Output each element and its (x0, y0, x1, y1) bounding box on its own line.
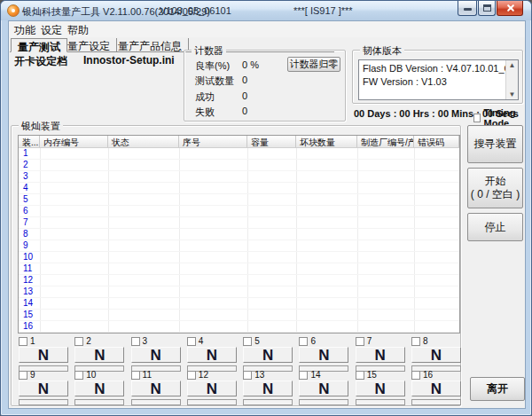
counter-reset-button[interactable]: 计数器归零 (287, 57, 340, 72)
slot-cell-3: 3 N (131, 336, 182, 372)
device-groupbox: 银灿装置 装... 内存编号 状态 序号 容量 坏块数量 制造厂编号/产... … (11, 125, 461, 406)
slot-status: N (411, 347, 461, 363)
search-device-button[interactable]: 搜寻装置 (467, 125, 523, 163)
slot-cell-1: 1 N (19, 336, 69, 372)
table-row[interactable]: 4 (19, 183, 459, 194)
firmware-line-flashdb: Flash DB Version : V4.07.10.01_O (363, 62, 514, 75)
table-row[interactable]: 13 (19, 286, 459, 298)
table-row[interactable]: 10 (19, 252, 459, 263)
firmware-scrollbar[interactable]: ▲ ▼ (505, 60, 518, 99)
slot-checkbox[interactable] (243, 337, 252, 346)
slot-cell-7: 7 N (356, 336, 406, 372)
slot-checkbox[interactable] (299, 337, 308, 346)
slot-cell-14: 14 N (299, 370, 349, 405)
tab-product-info[interactable]: 量产产品信息 (112, 38, 189, 52)
slot-checkbox[interactable] (74, 337, 83, 346)
slot-checkbox[interactable] (411, 337, 420, 346)
slot-checkbox[interactable] (411, 371, 420, 380)
firmware-title: 韧体版本 (360, 44, 404, 58)
slot-cell-16: 16 N (411, 370, 462, 405)
start-button[interactable]: 开始 ( 0 / 空白 ) (467, 168, 523, 208)
tested-value: 0 (242, 75, 247, 85)
table-row[interactable]: 2 (19, 160, 459, 171)
slot-checkbox[interactable] (74, 371, 83, 380)
col-device[interactable]: 装... (19, 136, 40, 147)
checkbox-icon[interactable] (473, 114, 481, 122)
table-row[interactable]: 3 (19, 171, 459, 183)
slot-checkbox[interactable] (299, 371, 308, 380)
slot-checkbox[interactable] (187, 337, 196, 346)
slot-status: N (74, 347, 124, 363)
table-row[interactable]: 8 (19, 229, 459, 240)
slot-progressbar (411, 399, 461, 405)
table-row[interactable]: 1 (19, 148, 459, 160)
slot-status: N (299, 347, 348, 363)
slot-cell-4: 4 N (187, 336, 238, 372)
table-row[interactable]: 6 (19, 206, 459, 217)
table-row[interactable]: 7 (19, 217, 459, 229)
col-capacity[interactable]: 容量 (247, 136, 296, 147)
col-memory-id[interactable]: 内存编号 (40, 136, 108, 147)
slot-status: N (411, 381, 461, 396)
slot-status: N (19, 381, 68, 396)
device-table: 装... 内存编号 状态 序号 容量 坏块数量 制造厂编号/产... 错误码 (18, 135, 460, 334)
menu-bar: 功能 设定 帮助 (9, 21, 525, 37)
col-vid-pid[interactable]: 制造厂编号/产... (357, 136, 414, 147)
slot-checkbox[interactable] (356, 371, 364, 380)
exit-button[interactable]: 离开 (470, 377, 525, 401)
slot-cell-10: 10 N (74, 370, 125, 405)
slot-status: N (243, 381, 293, 396)
maximize-button[interactable] (478, 1, 496, 16)
fail-value: 0 (242, 106, 247, 116)
title-bar[interactable]: 银灿科技量产工具 V2.11.00.76(2014/05/29) V103_05… (1, 1, 531, 20)
col-errorcode[interactable]: 错误码 (414, 136, 459, 147)
menu-help[interactable]: 帮助 (64, 23, 92, 38)
close-button[interactable] (497, 1, 523, 16)
success-label: 成功 (195, 90, 215, 104)
table-row[interactable]: 5 (19, 194, 459, 206)
table-row[interactable]: 11 (19, 263, 459, 275)
slot-status: N (356, 347, 405, 363)
slot-checkbox[interactable] (19, 337, 27, 346)
table-row[interactable]: 16 (19, 321, 459, 333)
window-title-version: V103_05_06101 (160, 5, 231, 16)
fail-label: 失败 (195, 106, 215, 119)
tab-production-test[interactable]: 量产测试 (11, 38, 67, 52)
slot-status: N (19, 347, 68, 363)
menu-function[interactable]: 功能 (11, 23, 39, 38)
tab-production-settings[interactable]: 量产设定 (61, 38, 117, 52)
slot-checkbox[interactable] (131, 371, 140, 380)
col-status[interactable]: 状态 (108, 136, 179, 147)
slot-status: N (187, 381, 237, 396)
slot-checkbox[interactable] (131, 337, 140, 346)
slot-checkbox[interactable] (356, 337, 364, 346)
minimize-button[interactable] (458, 1, 477, 16)
table-row[interactable]: 9 (19, 240, 459, 252)
scroll-up-icon[interactable]: ▲ (508, 61, 516, 69)
slot-progressbar (356, 399, 405, 405)
menu-settings[interactable]: 设定 (37, 23, 66, 38)
yield-value: 0 % (242, 59, 259, 70)
table-row[interactable]: 12 (19, 275, 459, 286)
slot-cell-15: 15 N (356, 370, 406, 405)
slot-status: N (131, 381, 181, 396)
slot-checkbox[interactable] (187, 371, 196, 380)
col-serial[interactable]: 序号 (179, 136, 247, 147)
app-icon (7, 4, 20, 17)
stop-button[interactable]: 停止 (467, 213, 523, 241)
slot-progressbar (243, 399, 293, 405)
table-row[interactable]: 15 (19, 310, 459, 321)
slot-checkbox[interactable] (243, 371, 252, 380)
slot-cell-12: 12 N (187, 370, 238, 405)
slot-row-1: 1 N 2 N 3 N 4 N (19, 336, 462, 372)
maximize-icon (483, 4, 491, 12)
client-area: 功能 设定 帮助 量产测试 量产设定 量产产品信息 开卡设定档 Innostor… (8, 20, 526, 409)
slot-checkbox[interactable] (19, 371, 27, 380)
slot-status: N (299, 381, 348, 396)
col-badblocks[interactable]: 坏块数量 (296, 136, 357, 147)
table-row[interactable]: 14 (19, 298, 459, 310)
scroll-down-icon[interactable]: ▼ (508, 90, 516, 98)
setup-file-label: 开卡设定档 (14, 54, 67, 69)
slot-cell-13: 13 N (243, 370, 293, 405)
tested-label: 测试数量 (195, 75, 234, 88)
